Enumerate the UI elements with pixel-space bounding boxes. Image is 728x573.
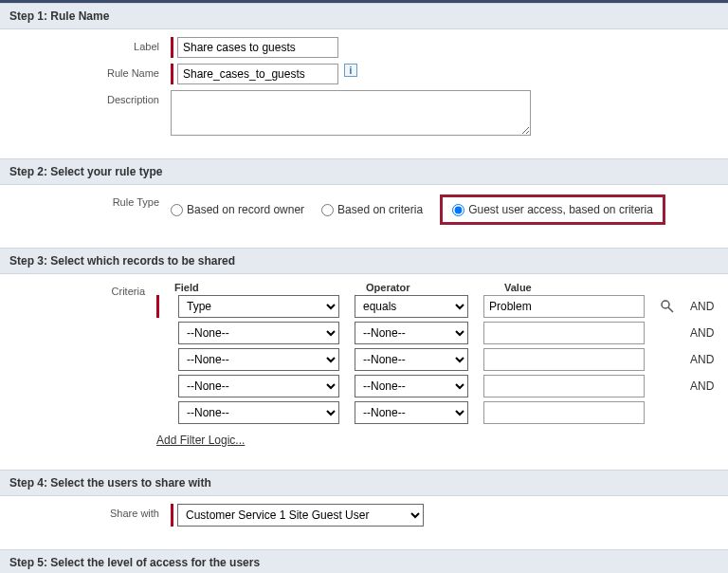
share-with-label: Share with (9, 504, 171, 519)
required-indicator (171, 504, 173, 527)
radio-guest-access-label: Guest user access, based on criteria (468, 203, 653, 216)
rule-type-label: Rule Type (9, 193, 171, 208)
description-textarea[interactable] (171, 90, 531, 136)
rule-name-label: Rule Name (9, 64, 171, 79)
criteria-table: TypeequalsAND--None----None--AND--None--… (156, 295, 719, 424)
criteria-value-input[interactable] (483, 322, 645, 344)
criteria-header-field: Field (174, 282, 336, 293)
criteria-field-select[interactable]: --None-- (178, 348, 339, 371)
lookup-icon[interactable] (660, 299, 675, 314)
criteria-field-select[interactable]: --None-- (178, 375, 339, 397)
and-label: AND (690, 326, 719, 340)
step3-header: Step 3: Select which records to be share… (0, 248, 728, 274)
description-label: Description (9, 90, 171, 105)
add-filter-logic-link[interactable]: Add Filter Logic... (156, 434, 245, 447)
step3-body: Criteria Field Operator Value Typeequals… (0, 274, 728, 470)
criteria-row: TypeequalsAND (156, 295, 719, 318)
radio-criteria[interactable]: Based on criteria (321, 203, 423, 216)
radio-record-owner[interactable]: Based on record owner (171, 203, 304, 216)
criteria-row: --None----None--AND (156, 322, 719, 344)
step5-header: Step 5: Select the level of access for t… (0, 549, 728, 573)
and-label: AND (690, 353, 719, 366)
criteria-row: --None----None--AND (156, 401, 719, 424)
label-label: Label (9, 37, 171, 52)
criteria-operator-select[interactable]: --None-- (355, 348, 468, 371)
required-indicator (171, 37, 173, 58)
criteria-operator-select[interactable]: --None-- (355, 375, 468, 397)
and-label: AND (690, 300, 719, 313)
step1-body: Label Rule Name i Description (0, 29, 728, 158)
criteria-field-select[interactable]: Type (178, 295, 339, 318)
criteria-operator-select[interactable]: equals (355, 295, 468, 318)
criteria-operator-select[interactable]: --None-- (355, 401, 468, 424)
criteria-value-input[interactable] (483, 348, 645, 371)
criteria-operator-select[interactable]: --None-- (355, 322, 468, 344)
label-input[interactable] (177, 37, 338, 58)
info-icon[interactable]: i (344, 64, 357, 77)
share-with-select[interactable]: Customer Service 1 Site Guest User (177, 504, 424, 527)
required-indicator (171, 64, 173, 84)
step1-header: Step 1: Rule Name (0, 3, 728, 29)
radio-criteria-input[interactable] (321, 204, 334, 216)
criteria-label: Criteria (9, 282, 156, 297)
rule-name-input[interactable] (177, 64, 338, 84)
criteria-value-input[interactable] (483, 401, 645, 424)
step4-body: Share with Customer Service 1 Site Guest… (0, 496, 728, 549)
and-label: AND (690, 379, 719, 393)
radio-criteria-label: Based on criteria (337, 203, 423, 216)
step4-header: Step 4: Select the users to share with (0, 470, 728, 496)
criteria-header-operator: Operator (366, 282, 480, 293)
criteria-header-value: Value (504, 282, 665, 293)
radio-guest-access-input[interactable] (452, 204, 464, 216)
criteria-value-input[interactable] (483, 295, 645, 318)
criteria-field-select[interactable]: --None-- (178, 401, 339, 424)
step2-header: Step 2: Select your rule type (0, 158, 728, 185)
radio-record-owner-label: Based on record owner (187, 203, 304, 216)
radio-record-owner-input[interactable] (171, 204, 183, 216)
svg-point-0 (662, 301, 669, 308)
criteria-value-input[interactable] (483, 375, 645, 397)
criteria-row: --None----None--AND (156, 375, 719, 397)
page: Step 1: Rule Name Label Rule Name i Desc… (0, 0, 728, 573)
criteria-row: --None----None--AND (156, 348, 719, 371)
required-indicator (156, 295, 159, 318)
radio-guest-access[interactable]: Guest user access, based on criteria (440, 194, 665, 225)
svg-line-1 (668, 307, 673, 312)
criteria-field-select[interactable]: --None-- (178, 322, 339, 344)
step2-body: Rule Type Based on record owner Based on… (0, 185, 728, 248)
rule-type-radio-group: Based on record owner Based on criteria … (171, 193, 665, 225)
criteria-header-row: Field Operator Value (156, 282, 719, 293)
